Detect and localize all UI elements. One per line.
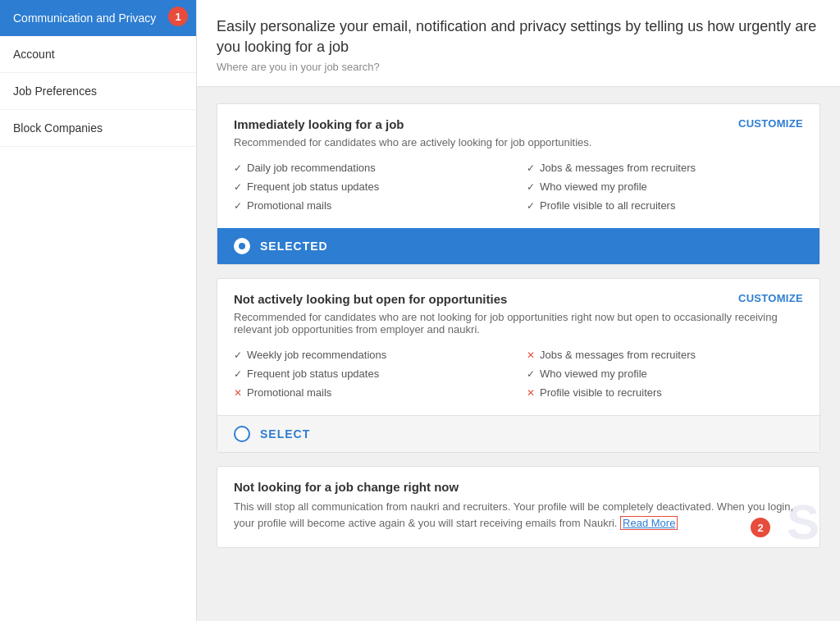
main-content: Easily personalize your email, notificat… [197, 0, 840, 621]
feature-jobs-messages-cross: ✕ Jobs & messages from recruiters [527, 349, 803, 361]
card1-title: Immediately looking for a job [234, 117, 404, 131]
feature-label: Daily job recommendations [247, 162, 376, 174]
selected-radio [234, 238, 250, 254]
sidebar-item-job-preferences[interactable]: Job Preferences [0, 73, 196, 110]
card1-features-grid: ✓ Daily job recommendations ✓ Jobs & mes… [234, 162, 803, 212]
card3-badge: 2 [751, 518, 770, 537]
card2-features-grid: ✓ Weekly job recommendations ✕ Jobs & me… [234, 349, 803, 399]
cross-icon: ✕ [527, 387, 535, 399]
feature-label: Weekly job recommendations [247, 349, 386, 361]
sidebar-item-label: Job Preferences [13, 84, 97, 98]
feature-label: Profile visible to recruiters [540, 386, 662, 399]
read-more-link[interactable]: Read More [620, 516, 678, 530]
feature-label: Profile visible to all recruiters [540, 199, 675, 212]
feature-jobs-messages: ✓ Jobs & messages from recruiters [527, 162, 803, 174]
select-radio [234, 426, 250, 442]
card-not-looking: Not looking for a job change right now T… [217, 466, 820, 548]
feature-weekly-jobs: ✓ Weekly job recommendations [234, 349, 510, 361]
card2-title: Not actively looking but open for opport… [234, 292, 507, 306]
card1-customize-link[interactable]: CUSTOMIZE [738, 117, 803, 130]
card2-desc: Recommended for candidates who are not l… [234, 311, 803, 336]
feature-who-viewed: ✓ Who viewed my profile [527, 180, 803, 193]
card1-desc: Recommended for candidates who are activ… [234, 136, 803, 148]
feature-label: Who viewed my profile [540, 180, 647, 193]
sidebar-item-label: Account [13, 48, 55, 61]
check-icon: ✓ [234, 368, 242, 380]
feature-label: Promotional mails [247, 199, 331, 212]
check-icon: ✓ [527, 368, 535, 380]
sidebar: Communication and Privacy 1 Account Job … [0, 0, 197, 621]
header-section: Easily personalize your email, notificat… [197, 0, 840, 87]
feature-promotional-mails: ✓ Promotional mails [234, 199, 510, 212]
check-icon: ✓ [234, 162, 242, 174]
card2-customize-link[interactable]: CUSTOMIZE [738, 292, 803, 304]
page-title: Easily personalize your email, notificat… [217, 16, 820, 57]
sidebar-badge: 1 [168, 7, 188, 26]
sidebar-item-block-companies[interactable]: Block Companies [0, 110, 196, 147]
card3-desc: This will stop all communication from na… [234, 499, 803, 531]
select-bar[interactable]: SELECT [217, 415, 819, 452]
content-area: Immediately looking for a job CUSTOMIZE … [197, 87, 840, 564]
check-icon: ✓ [234, 349, 242, 361]
cross-icon: ✕ [527, 349, 535, 361]
check-icon: ✓ [234, 181, 242, 193]
feature-frequent-status: ✓ Frequent job status updates [234, 180, 510, 193]
feature-profile-cross: ✕ Profile visible to recruiters [527, 386, 803, 399]
card3-title: Not looking for a job change right now [234, 480, 803, 494]
check-icon: ✓ [527, 181, 535, 193]
feature-label: Frequent job status updates [247, 368, 379, 380]
feature-daily-jobs: ✓ Daily job recommendations [234, 162, 510, 174]
feature-label: Jobs & messages from recruiters [540, 162, 696, 174]
feature-who-viewed2: ✓ Who viewed my profile [527, 368, 803, 380]
page-subtitle: Where are you in your job search? [217, 61, 820, 73]
card2-header-row: Not actively looking but open for opport… [234, 292, 803, 306]
feature-label: Jobs & messages from recruiters [540, 349, 696, 361]
select-label[interactable]: SELECT [260, 427, 310, 441]
card2-body: Not actively looking but open for opport… [217, 279, 819, 415]
feature-profile-visible: ✓ Profile visible to all recruiters [527, 199, 803, 212]
card1-body: Immediately looking for a job CUSTOMIZE … [217, 104, 819, 228]
feature-label: Promotional mails [247, 386, 331, 399]
sidebar-item-label: Block Companies [13, 121, 103, 135]
feature-frequent-status2: ✓ Frequent job status updates [234, 368, 510, 380]
radio-inner [239, 243, 245, 249]
selected-label: SELECTED [260, 240, 328, 253]
check-icon: ✓ [234, 200, 242, 212]
cross-icon: ✕ [234, 387, 242, 399]
sidebar-item-label: Communication and Privacy [13, 11, 156, 25]
card-not-actively-looking: Not actively looking but open for opport… [217, 278, 820, 453]
sidebar-item-communication[interactable]: Communication and Privacy 1 [0, 0, 196, 36]
check-icon: ✓ [527, 162, 535, 174]
selected-bar: SELECTED [217, 228, 819, 264]
sidebar-item-account[interactable]: Account [0, 36, 196, 73]
check-icon: ✓ [527, 200, 535, 212]
feature-label: Frequent job status updates [247, 180, 379, 193]
card1-header-row: Immediately looking for a job CUSTOMIZE [234, 117, 803, 131]
feature-label: Who viewed my profile [540, 368, 647, 380]
card-immediately-looking: Immediately looking for a job CUSTOMIZE … [217, 103, 820, 265]
feature-promotional-cross: ✕ Promotional mails [234, 386, 510, 399]
